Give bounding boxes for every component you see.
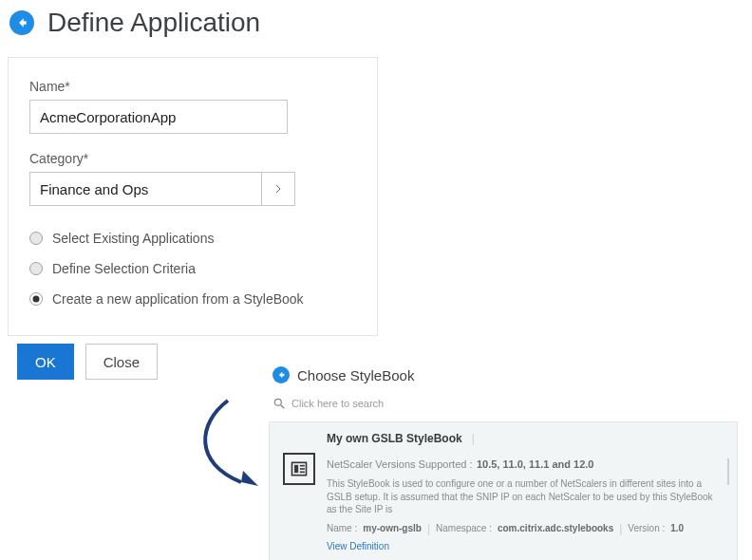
ns-versions-value: 10.5, 11.0, 11.1 and 12.0 bbox=[477, 458, 594, 470]
define-application-form: Name* Category* Finance and Ops Select E… bbox=[8, 57, 378, 336]
back-button[interactable] bbox=[9, 10, 34, 35]
meta-name-label: Name : bbox=[327, 523, 357, 533]
panel-title: Choose StyleBook bbox=[297, 367, 414, 383]
radio-icon bbox=[29, 232, 43, 245]
chevron-right-icon bbox=[273, 182, 284, 196]
name-input[interactable] bbox=[29, 100, 288, 134]
svg-rect-4 bbox=[294, 465, 298, 473]
choose-stylebook-panel: Choose StyleBook Click here to search My… bbox=[269, 361, 738, 560]
view-definition-link[interactable]: View Definition bbox=[327, 541, 389, 551]
radio-label: Select Existing Applications bbox=[52, 231, 214, 246]
category-value: Finance and Ops bbox=[29, 172, 261, 206]
meta-name-value: my-own-gslb bbox=[363, 523, 422, 533]
category-label: Category* bbox=[29, 151, 356, 166]
creation-mode-radio-group: Select Existing Applications Define Sele… bbox=[29, 231, 356, 307]
divider: | bbox=[619, 522, 622, 535]
svg-point-1 bbox=[274, 399, 281, 405]
radio-define-criteria[interactable]: Define Selection Criteria bbox=[29, 261, 356, 276]
svg-rect-6 bbox=[300, 468, 305, 470]
divider: | bbox=[427, 522, 430, 535]
ns-versions-label: NetScaler Versions Supported : bbox=[327, 458, 472, 470]
category-select[interactable]: Finance and Ops bbox=[29, 172, 295, 206]
svg-rect-5 bbox=[300, 465, 305, 467]
radio-label: Define Selection Criteria bbox=[52, 261, 196, 276]
stylebook-description: This StyleBook is used to configure one … bbox=[327, 477, 724, 516]
radio-label: Create a new application from a StyleBoo… bbox=[52, 291, 304, 307]
arrow-left-icon bbox=[276, 370, 286, 380]
close-button[interactable]: Close bbox=[85, 344, 158, 380]
stylebook-title: My own GSLB StyleBook bbox=[327, 432, 462, 445]
meta-namespace-value: com.citrix.adc.stylebooks bbox=[498, 523, 613, 533]
svg-marker-0 bbox=[241, 471, 258, 486]
radio-select-existing[interactable]: Select Existing Applications bbox=[29, 231, 356, 246]
article-icon bbox=[290, 459, 309, 478]
panel-back-button[interactable] bbox=[273, 366, 290, 383]
stylebook-search[interactable]: Click here to search bbox=[269, 391, 738, 421]
document-icon bbox=[283, 453, 315, 485]
radio-icon bbox=[29, 262, 43, 275]
search-placeholder: Click here to search bbox=[291, 398, 384, 409]
radio-icon bbox=[29, 292, 43, 306]
svg-rect-7 bbox=[300, 472, 305, 474]
radio-create-from-stylebook[interactable]: Create a new application from a StyleBoo… bbox=[29, 291, 356, 307]
flow-arrow-icon bbox=[190, 395, 275, 499]
page-title: Define Application bbox=[47, 8, 260, 38]
scrollbar[interactable] bbox=[727, 458, 729, 485]
name-label: Name* bbox=[29, 79, 356, 94]
ok-button[interactable]: OK bbox=[17, 344, 74, 380]
meta-namespace-label: Namespace : bbox=[436, 523, 492, 533]
meta-version-value: 1.0 bbox=[670, 523, 684, 533]
svg-line-2 bbox=[281, 405, 285, 409]
meta-version-label: Version : bbox=[628, 523, 665, 533]
search-icon bbox=[273, 397, 286, 410]
arrow-left-icon bbox=[15, 16, 28, 29]
category-dropdown-button[interactable] bbox=[261, 172, 295, 206]
stylebook-card[interactable]: My own GSLB StyleBook | NetScaler Versio… bbox=[269, 421, 738, 560]
divider: | bbox=[472, 432, 475, 445]
